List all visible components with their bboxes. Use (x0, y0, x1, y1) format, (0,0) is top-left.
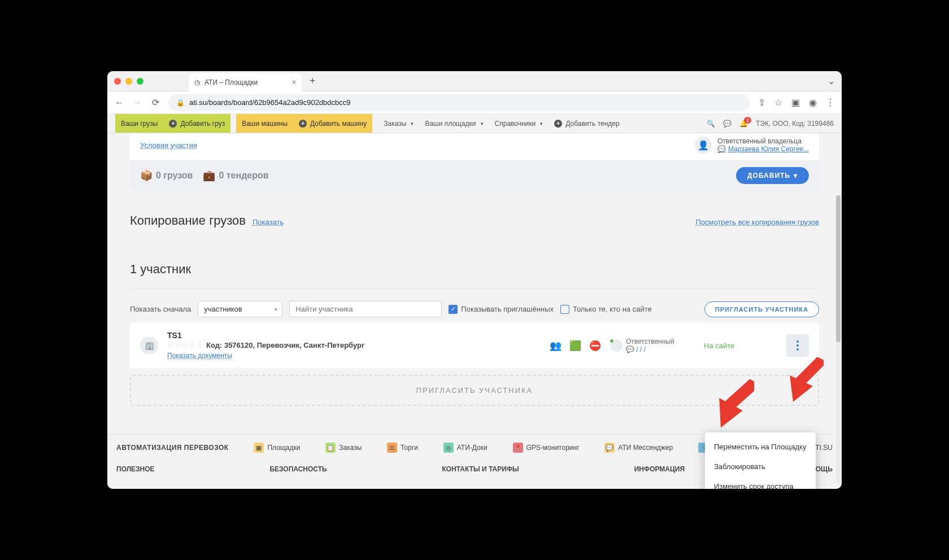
close-tab-icon[interactable]: × (292, 78, 296, 86)
context-menu: Переместить на Площадку Заблокировать Из… (705, 432, 816, 489)
row-icons: 👥 🟩 ⛔ (550, 340, 601, 352)
add-button[interactable]: ДОБАВИТЬ▾ (736, 167, 809, 184)
nav-add-tender[interactable]: +Добавить тендер (548, 114, 625, 133)
participant-name[interactable]: TS1 (167, 331, 364, 340)
url-input[interactable]: 🔒 ati.su/boards/board/62b9654a2ad9c902db… (168, 94, 750, 111)
checkbox-icon (560, 305, 569, 314)
menu-block[interactable]: Заблокировать (705, 457, 816, 476)
footer-col[interactable]: КОНТАКТЫ И ТАРИФЫ (442, 465, 519, 473)
participant-meta: Код: 3576120, Перевозчик, Санкт-Петербур… (206, 341, 364, 349)
new-tab-button[interactable]: + (310, 75, 316, 87)
url-text: ati.su/boards/board/62b9654a2ad9c902dbdc… (189, 98, 351, 107)
user-info[interactable]: ТЭК, ООО, Код: 3199486 (756, 120, 834, 128)
nav-platforms[interactable]: Ваши площадки▾ (419, 114, 489, 133)
docs-link[interactable]: Показать документы (167, 352, 232, 360)
footer-trades[interactable]: ⚖Торги (387, 443, 418, 453)
kebab-icon[interactable]: ⋮ (826, 97, 835, 108)
traffic-lights (114, 78, 143, 85)
online-status: На сайте (704, 342, 772, 350)
ban-icon: ⛔ (589, 340, 601, 352)
menu-change[interactable]: Изменить срок доступа (705, 476, 816, 489)
owner-block: 👤 Ответственный владельца 💬Марзаева Юлия… (695, 137, 809, 154)
responsible-block: Ответственный 💬 / / / (610, 338, 695, 353)
back-icon[interactable]: ← (114, 98, 124, 108)
chat-bubble-icon: 💬 (717, 145, 726, 153)
window-titlebar: ◷ АТИ – Площадки × + ⌄ (107, 71, 842, 91)
reload-icon[interactable]: ⟳ (150, 97, 160, 108)
terms-link[interactable]: Условия участия (140, 141, 197, 150)
browser-window: ◷ АТИ – Площадки × + ⌄ ← → ⟳ 🔒 ati.su/bo… (107, 71, 842, 489)
chevron-down-icon: ▾ (794, 172, 798, 180)
url-actions: ⇪ ☆ ▣ ◉ ⋮ (758, 97, 835, 108)
site-topnav: Ваши грузы +Добавить груз Ваши машины +Д… (107, 114, 842, 133)
tender-count: 💼0 тендеров (203, 169, 268, 182)
url-bar: ← → ⟳ 🔒 ati.su/boards/board/62b9654a2ad9… (107, 91, 842, 114)
minimize-window-icon[interactable] (125, 78, 132, 85)
footer-docs[interactable]: ◎АТИ-Доки (443, 443, 487, 453)
page-content: Условия участия 👤 Ответственный владельц… (107, 133, 842, 489)
participant-row: 🏢 TS1 ☆☆☆☆☆Код: 3576120, Перевозчик, Сан… (130, 323, 819, 368)
nav-cargo[interactable]: Ваши грузы (115, 114, 163, 133)
search-icon[interactable]: 🔍 (707, 120, 715, 128)
cube-icon: 🟩 (569, 340, 581, 352)
board-card: Условия участия 👤 Ответственный владельц… (130, 133, 819, 191)
maximize-window-icon[interactable] (137, 78, 143, 85)
nav-add-cargo[interactable]: +Добавить груз (163, 114, 230, 133)
chat-icon[interactable]: 💬 (723, 120, 732, 128)
sort-select[interactable]: участников▾ (198, 301, 282, 317)
lock-icon: 🔒 (176, 99, 185, 107)
globe-icon: ◷ (194, 78, 200, 86)
participants-header: 1 участник (130, 262, 819, 277)
plus-icon: + (299, 120, 307, 128)
show-invited-checkbox[interactable]: ✓Показывать приглашённых (449, 305, 554, 314)
menu-move[interactable]: Переместить на Площадку (705, 437, 816, 457)
panel-icon[interactable]: ▣ (791, 97, 800, 108)
annotation-arrow (784, 353, 824, 404)
footer-orders[interactable]: 📋Заказы (325, 443, 362, 453)
briefcase-icon: 💼 (203, 169, 215, 182)
footer-col[interactable]: ПОЛЕЗНОЕ (116, 465, 155, 473)
scrollbar[interactable] (836, 195, 841, 483)
scrollbar-thumb[interactable] (836, 195, 841, 342)
nav-add-car[interactable]: +Добавить машину (293, 114, 372, 133)
plus-icon: + (554, 120, 562, 128)
participants-title: 1 участник (130, 262, 191, 277)
footer-title: АВТОМАТИЗАЦИЯ ПЕРЕВОЗОК (116, 444, 229, 452)
footer-gps[interactable]: 📍GPS-мониторинг (513, 443, 580, 453)
search-input[interactable] (289, 301, 442, 317)
profile-icon[interactable]: ◉ (809, 97, 817, 108)
only-online-checkbox[interactable]: Только те, кто на сайте (560, 305, 652, 314)
plus-icon: + (169, 120, 177, 128)
footer-col[interactable]: БЕЗОПАСНОСТЬ (269, 465, 327, 473)
nav-cars[interactable]: Ваши машины (236, 114, 293, 133)
star-icon[interactable]: ☆ (774, 97, 782, 108)
divider (130, 288, 819, 288)
resp-link[interactable]: 💬 / / / (626, 345, 674, 353)
browser-tab[interactable]: ◷ АТИ – Площадки × (189, 73, 302, 91)
invite-button[interactable]: ПРИГЛАСИТЬ УЧАСТНИКА (704, 301, 819, 317)
footer-col[interactable]: ИНФОРМАЦИЯ (634, 465, 685, 473)
group-icon: 👥 (550, 340, 561, 352)
svg-marker-1 (709, 373, 754, 430)
forward-icon[interactable]: → (132, 98, 142, 108)
share-icon[interactable]: ⇪ (758, 97, 765, 108)
owner-link[interactable]: 💬Марзаева Юлия Сергее... (717, 145, 809, 153)
notifications-icon[interactable]: 🔔2 (739, 120, 748, 128)
cargo-count: 📦0 грузов (140, 169, 193, 182)
footer-messenger[interactable]: 💬АТИ Мессенджер (604, 443, 673, 453)
avatar-icon (610, 339, 622, 352)
footer-platforms[interactable]: ▦Площадки (254, 443, 300, 453)
view-all-link[interactable]: Посмотреть все копирования грузов (695, 218, 819, 226)
avatar-icon: 👤 (695, 137, 712, 154)
chevron-down-icon[interactable]: ⌄ (828, 76, 835, 86)
company-icon: 🏢 (140, 336, 158, 355)
nav-orders[interactable]: Заказы▾ (378, 114, 419, 133)
nav-refs[interactable]: Справочники▾ (489, 114, 549, 133)
close-window-icon[interactable] (114, 78, 121, 85)
annotation-arrow (709, 373, 754, 430)
owner-label: Ответственный владельца (717, 137, 809, 145)
filter-label: Показать сначала (130, 305, 191, 313)
rating-stars: ☆☆☆☆☆ (167, 341, 204, 349)
svg-marker-0 (784, 353, 824, 404)
show-link[interactable]: Показать (253, 218, 284, 226)
